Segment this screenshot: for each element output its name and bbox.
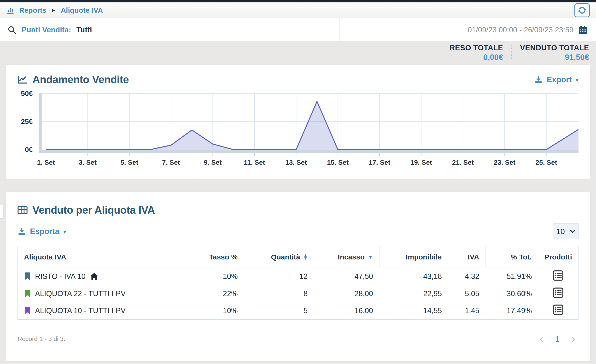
- table-cell: 30,60%: [485, 285, 538, 302]
- y-axis-tick-label: 25€: [21, 118, 33, 126]
- breadcrumb-separator-icon: ▸: [52, 7, 55, 14]
- totals-row: RESO TOTALE 0,00€ VENDUTO TOTALE 91,50€: [6, 42, 590, 65]
- sales-trend-card: Andamento Vendite Export ▾ 0€25€50€ 1. S…: [6, 65, 590, 179]
- page-size-select[interactable]: 10: [553, 223, 579, 239]
- products-list-icon: [553, 287, 564, 298]
- table-cell: 5,05: [448, 285, 485, 302]
- pagination-prev-icon[interactable]: ‹: [540, 334, 543, 344]
- sort-desc-icon: ▼: [368, 254, 373, 260]
- chevron-down-icon: ▾: [63, 229, 66, 235]
- table-cell: 17,49%: [485, 302, 538, 320]
- table-cell: 51,91%: [485, 268, 538, 285]
- column-header-aliquota-iva[interactable]: Aliquota IVA: [18, 246, 186, 268]
- reso-totale-block: RESO TOTALE 0,00€: [449, 44, 503, 62]
- filter-bar: Punti Vendita: Tutti 01/09/23 00:00 - 26…: [0, 18, 596, 42]
- refresh-button[interactable]: [574, 3, 590, 17]
- reso-totale-value: 0,00€: [449, 53, 503, 62]
- sidebar-edge-handle[interactable]: [0, 204, 3, 218]
- calendar-icon: [578, 25, 587, 35]
- record-count: Record 1 - 3 di 3.: [17, 335, 65, 343]
- column-header-incasso[interactable]: Incasso▼: [314, 246, 379, 268]
- table-title: Venduto per Aliquota IVA: [17, 204, 155, 216]
- refresh-icon: [578, 6, 587, 15]
- table-grid-icon: [17, 206, 28, 214]
- pagination-page-1[interactable]: 1: [555, 334, 559, 344]
- chart-line-icon: [17, 75, 28, 84]
- x-axis-tick-label: 17. Set: [369, 159, 390, 166]
- chart-y-axis: 0€25€50€: [17, 93, 33, 156]
- pagination-next-icon[interactable]: ›: [572, 334, 575, 344]
- x-axis-tick-label: 1. Set: [37, 159, 55, 166]
- download-icon: [534, 75, 543, 84]
- column-header--tot-[interactable]: % Tot.: [485, 246, 538, 268]
- table-cell: 4,32: [448, 268, 485, 285]
- table-cell: 14,55: [379, 302, 448, 320]
- breadcrumb-aliquote-iva[interactable]: Aliquote IVA: [61, 6, 103, 14]
- table-cell: 12: [244, 268, 314, 285]
- filter-value: Tutti: [76, 26, 92, 34]
- home-icon: [90, 273, 98, 280]
- y-axis-tick-label: 0€: [25, 146, 33, 154]
- products-detail-button[interactable]: [553, 287, 564, 298]
- sales-chart: 0€25€50€ 1. Set3. Set5. Set7. Set9. Set1…: [39, 93, 579, 168]
- bookmark-icon: [24, 306, 31, 315]
- table-cell: 5: [244, 302, 314, 320]
- table-cell: 10%: [186, 268, 244, 285]
- date-range-text: 01/09/23 00:00 - 26/09/23 23:59: [468, 26, 574, 34]
- x-axis-tick-label: 15. Set: [327, 159, 349, 166]
- bar-chart-icon: [6, 6, 15, 14]
- x-axis-tick-label: 5. Set: [120, 159, 138, 166]
- table-cell: 43,18: [379, 268, 448, 285]
- top-dark-bar: [0, 0, 596, 2]
- punti-vendita-filter[interactable]: Punti Vendita: Tutti: [0, 18, 340, 42]
- date-range-picker[interactable]: 01/09/23 00:00 - 26/09/23 23:59: [340, 18, 596, 42]
- pagination: ‹ 1 ›: [540, 334, 579, 344]
- vat-table-card: Venduto per Aliquota IVA Esporta ▾ 10 Al…: [6, 192, 590, 361]
- table-row: RISTO - IVA 1010%1247,5043,184,3251,91%: [18, 268, 579, 285]
- esporta-button[interactable]: Esporta ▾: [17, 227, 66, 236]
- products-list-icon: [553, 304, 564, 315]
- bookmark-icon: [24, 290, 31, 298]
- chart-plot: [39, 93, 579, 156]
- products-list-icon: [553, 270, 564, 281]
- column-header-quantit-[interactable]: Quantità▲▼: [244, 246, 314, 268]
- x-axis-tick-label: 7. Set: [162, 159, 180, 166]
- table-cell: 8: [244, 285, 314, 302]
- bookmark-icon: [24, 272, 31, 281]
- download-icon: [17, 227, 26, 236]
- x-axis-tick-label: 13. Set: [285, 159, 307, 166]
- table-cell: 1,45: [448, 302, 485, 320]
- bookmark-icon: [24, 290, 31, 298]
- table-row: ALIQUOTA 10 - TUTTI I PV10%516,0014,551,…: [18, 302, 579, 320]
- search-icon: [8, 26, 16, 34]
- x-axis-tick-label: 25. Set: [536, 159, 557, 166]
- column-header-tasso-[interactable]: Tasso %: [186, 246, 244, 268]
- totals-divider: [511, 45, 512, 60]
- vat-rate-name: ALIQUOTA 10 - TUTTI I PV: [35, 306, 126, 315]
- x-axis-tick-label: 19. Set: [410, 159, 432, 166]
- sort-icon: ▲▼: [304, 254, 308, 260]
- vat-rates-table: Aliquota IVATasso %Quantità▲▼Incasso▼Imp…: [17, 246, 579, 320]
- column-header-prodotti[interactable]: Prodotti: [538, 246, 578, 268]
- products-detail-button[interactable]: [553, 304, 564, 315]
- vat-rate-name: RISTO - IVA 10: [35, 272, 86, 281]
- breadcrumb-reports[interactable]: Reports: [19, 6, 46, 14]
- table-cell: 22,95: [379, 285, 448, 302]
- column-header-imponibile[interactable]: Imponibile: [379, 246, 448, 268]
- products-detail-button[interactable]: [553, 270, 564, 281]
- venduto-totale-value: 91,50€: [520, 53, 589, 62]
- filter-label: Punti Vendita:: [22, 26, 71, 34]
- x-axis-tick-label: 21. Set: [452, 159, 474, 166]
- y-axis-tick-label: 50€: [21, 89, 33, 98]
- export-button[interactable]: Export ▾: [534, 75, 579, 84]
- column-header-iva[interactable]: IVA: [448, 246, 485, 268]
- breadcrumb: Reports ▸ Aliquote IVA: [0, 2, 596, 18]
- table-cell: 10%: [186, 302, 244, 320]
- chevron-down-icon: [570, 230, 575, 233]
- table-cell: 22%: [186, 285, 244, 302]
- chart-x-axis: 1. Set3. Set5. Set7. Set9. Set11. Set13.…: [39, 157, 579, 168]
- table-row: ALIQUOTA 22 - TUTTI I PV22%828,0022,955,…: [18, 285, 579, 302]
- venduto-totale-block: VENDUTO TOTALE 91,50€: [520, 44, 589, 62]
- chart-title: Andamento Vendite: [17, 74, 129, 86]
- table-cell: 16,00: [314, 302, 379, 320]
